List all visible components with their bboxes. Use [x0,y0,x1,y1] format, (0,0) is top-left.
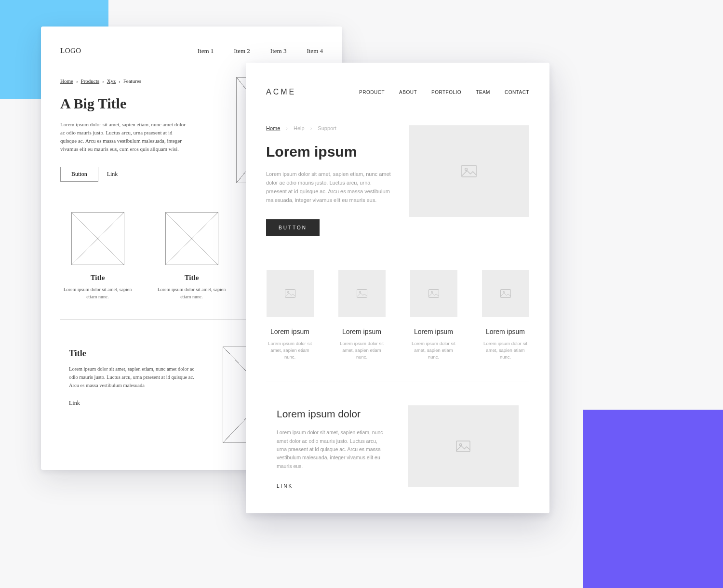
clean-nav-about[interactable]: ABOUT [399,90,417,95]
sketch-breadcrumb: Home › Products › Xyz › Features [60,78,223,84]
sketch-nav: Item 1 Item 2 Item 3 Item 4 [198,47,323,55]
sketch-logo[interactable]: LOGO [60,47,81,55]
sketch-nav-item-2[interactable]: Item 2 [234,47,250,55]
clean-hero-title: Lorem ipsum [266,144,391,160]
sketch-feature-body: Lorem ipsum dolor sit amet, sapien etiam… [69,365,199,389]
svg-rect-0 [462,165,476,177]
clean-feature-section: Lorem ipsum dolor Lorem ipsum dolor sit … [266,405,529,490]
sketch-card-image-placeholder [165,212,218,265]
clean-card-image-placeholder [338,270,386,317]
clean-hero-section: Home › Help › Support Lorem ipsum Lorem … [266,125,529,236]
clean-feature-image-placeholder [408,405,519,487]
card-title: Lorem ipsum [482,328,529,335]
breadcrumb-home[interactable]: Home [60,78,73,84]
card-title: Lorem ipsum [338,328,386,335]
chevron-right-icon: › [102,78,104,84]
sketch-feature-title: Title [69,348,203,359]
sketch-nav-item-4[interactable]: Item 4 [307,47,323,55]
clean-feature-body: Lorem ipsum dolor sit amet, sapien etiam… [277,428,388,470]
card-title: Lorem ipsum [266,328,314,335]
clean-nav-portfolio[interactable]: PORTFOLIO [431,90,461,95]
clean-card-1: Lorem ipsum Lorem ipsum dolor sit amet, … [266,270,314,361]
sketch-nav-item-1[interactable]: Item 1 [198,47,214,55]
clean-card-image-placeholder [267,270,314,317]
svg-point-7 [431,291,432,293]
card-text: Lorem ipsum dolor sit amet, sapien etiam… [266,340,314,361]
breadcrumb-support[interactable]: Support [318,125,336,131]
sketch-card-1: Title Lorem ipsum dolor sit amet, sapien… [60,212,135,300]
sketch-nav-item-3[interactable]: Item 3 [270,47,287,55]
sketch-hero-button[interactable]: Button [60,167,98,182]
clean-nav-product[interactable]: PRODUCT [359,90,385,95]
image-placeholder-icon [285,289,295,298]
clean-nav-team[interactable]: TEAM [476,90,490,95]
svg-point-11 [459,444,461,446]
breadcrumb-products[interactable]: Products [81,78,100,84]
wireframe-clean-window: ACME PRODUCT ABOUT PORTFOLIO TEAM CONTAC… [246,63,549,513]
sketch-hero-body: Lorem ipsum dolor sit amet, sapien etiam… [60,120,186,153]
chevron-right-icon: › [310,125,312,131]
card-title: Title [60,274,135,282]
clean-card-row: Lorem ipsum Lorem ipsum dolor sit amet, … [266,270,529,361]
breadcrumb-home[interactable]: Home [266,125,280,131]
svg-rect-2 [285,289,295,297]
breadcrumb-xyz[interactable]: Xyz [107,78,116,84]
svg-point-1 [465,168,468,171]
svg-rect-10 [456,441,470,452]
image-placeholder-icon [428,289,439,298]
clean-card-3: Lorem ipsum Lorem ipsum dolor sit amet, … [410,270,457,361]
image-placeholder-icon [456,441,470,452]
clean-logo[interactable]: ACME [266,88,296,96]
svg-rect-4 [357,289,367,297]
clean-card-2: Lorem ipsum Lorem ipsum dolor sit amet, … [338,270,386,361]
svg-point-9 [503,291,504,293]
card-text: Lorem ipsum dolor sit amet, sapien etiam… [410,340,457,361]
clean-nav-contact[interactable]: CONTACT [505,90,529,95]
card-text: Lorem ipsum dolor sit amet, sapien etiam… [154,286,229,300]
svg-point-5 [359,291,361,293]
clean-header: ACME PRODUCT ABOUT PORTFOLIO TEAM CONTAC… [266,88,529,96]
svg-point-3 [287,291,289,293]
clean-divider [266,382,529,382]
sketch-hero-title: A Big Title [60,95,223,112]
card-text: Lorem ipsum dolor sit amet, sapien etiam… [338,340,386,361]
clean-feature-title: Lorem ipsum dolor [277,408,388,420]
clean-hero-image-placeholder [409,125,529,217]
chevron-right-icon: › [119,78,120,84]
sketch-header: LOGO Item 1 Item 2 Item 3 Item 4 [60,47,323,55]
image-placeholder-icon [357,289,367,298]
sketch-card-image-placeholder [71,212,124,265]
clean-breadcrumb: Home › Help › Support [266,125,391,131]
clean-nav: PRODUCT ABOUT PORTFOLIO TEAM CONTACT [359,90,529,95]
card-text: Lorem ipsum dolor sit amet, sapien etiam… [60,286,135,300]
chevron-right-icon: › [286,125,288,131]
chevron-right-icon: › [76,78,78,84]
sketch-feature-link[interactable]: Link [69,400,80,406]
svg-rect-6 [428,289,439,297]
svg-rect-8 [500,289,510,297]
image-placeholder-icon [461,165,477,177]
accent-square-purple [583,410,723,588]
breadcrumb-help[interactable]: Help [294,125,305,131]
card-title: Title [154,274,229,282]
card-text: Lorem ipsum dolor sit amet, sapien etiam… [482,340,529,361]
clean-hero-body: Lorem ipsum dolor sit amet, sapien etiam… [266,170,391,205]
breadcrumb-current: Features [123,78,141,84]
clean-card-4: Lorem ipsum Lorem ipsum dolor sit amet, … [482,270,529,361]
sketch-card-2: Title Lorem ipsum dolor sit amet, sapien… [154,212,229,300]
clean-card-image-placeholder [482,270,529,317]
clean-feature-link[interactable]: LINK [277,483,293,489]
clean-hero-button[interactable]: BUTTON [266,219,320,236]
image-placeholder-icon [500,289,511,298]
clean-card-image-placeholder [410,270,457,317]
sketch-hero-link[interactable]: Link [107,171,118,178]
card-title: Lorem ipsum [410,328,457,335]
